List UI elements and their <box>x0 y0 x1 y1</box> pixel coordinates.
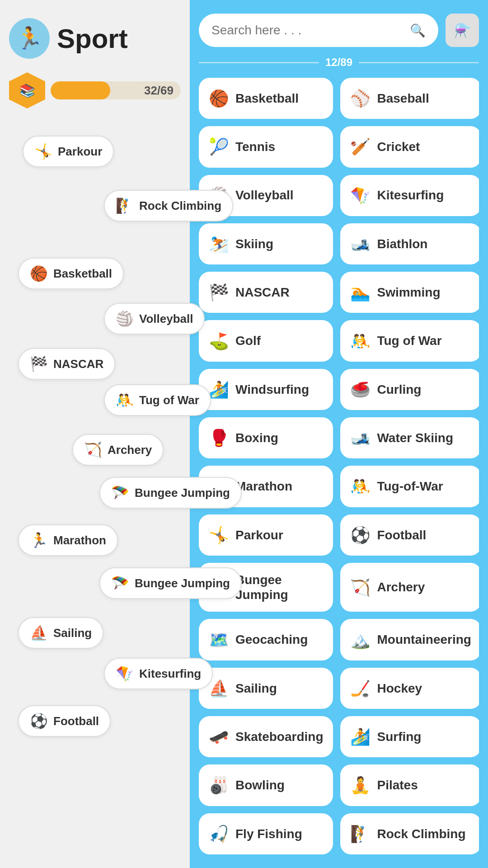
grid-sport-item-pilates[interactable]: 🧘 Pilates <box>340 764 479 806</box>
sport-grid-emoji: 🏄 <box>209 380 229 399</box>
sport-emoji: 🪁 <box>116 665 134 682</box>
left-sport-item-volleyball[interactable]: 🏐 Volleyball <box>104 303 205 335</box>
sport-label: Rock Climbing <box>139 199 221 213</box>
grid-sport-item-surfing[interactable]: 🏄 Surfing <box>340 716 479 757</box>
sport-label: NASCAR <box>53 357 103 371</box>
grid-sport-item-skiing[interactable]: ⛷️ Skiing <box>199 223 333 264</box>
grid-sport-item-bowling[interactable]: 🎳 Bowling <box>199 764 333 806</box>
sport-grid-emoji: ⚾ <box>350 89 371 108</box>
grid-sport-item-tennis[interactable]: 🎾 Tennis <box>199 126 333 167</box>
grid-sport-item-geocaching[interactable]: 🗺️ Geocaching <box>199 619 333 660</box>
header: 🏃 Sport <box>9 18 181 59</box>
sport-grid-label: Cricket <box>377 139 420 155</box>
sport-label: Football <box>53 714 99 728</box>
sport-grid-label: Boxing <box>235 430 278 446</box>
grid-sport-item-mountaineering[interactable]: 🏔️ Mountaineering <box>340 619 479 660</box>
sport-grid-emoji: ⛳ <box>209 331 229 351</box>
left-sport-item-bungee-jumping-2[interactable]: 🪂 Bungee Jumping <box>99 567 242 599</box>
grid-sport-item-nascar[interactable]: 🏁 NASCAR <box>199 272 333 313</box>
left-sport-item-sailing[interactable]: ⛵ Sailing <box>18 617 103 649</box>
grid-sport-item-boxing[interactable]: 🥊 Boxing <box>199 417 333 458</box>
sport-grid-emoji: 🤼 <box>350 331 371 351</box>
sport-emoji: 🏁 <box>30 355 48 373</box>
sport-label: Parkour <box>58 145 102 159</box>
sport-label: Sailing <box>53 626 92 640</box>
sport-grid-label: Marathon <box>235 479 292 494</box>
sport-grid-emoji: 🎳 <box>209 775 229 795</box>
sport-emoji: 🏀 <box>30 265 48 282</box>
grid-sport-item-kitesurfing[interactable]: 🪁 Kitesurfing <box>340 175 479 216</box>
sport-grid-label: Windsurfing <box>235 382 309 397</box>
sport-grid-label: Water Skiing <box>377 430 453 446</box>
grid-sport-item-skateboarding[interactable]: 🛹 Skateboarding <box>199 716 333 757</box>
left-sport-item-marathon[interactable]: 🏃 Marathon <box>18 524 118 556</box>
left-sport-item-basketball[interactable]: 🏀 Basketball <box>18 258 124 289</box>
grid-sport-item-biathlon[interactable]: 🎿 Biathlon <box>340 223 479 264</box>
sport-grid-emoji: 🧗 <box>350 824 371 844</box>
sport-grid-label: Basketball <box>235 91 299 106</box>
progress-label: 32/69 <box>144 84 174 98</box>
sport-grid: 🏀 Basketball⚾ Baseball🎾 Tennis🏏 Cricket🏐… <box>199 78 479 854</box>
grid-sport-item-golf[interactable]: ⛳ Golf <box>199 320 333 361</box>
grid-sport-item-sailing[interactable]: ⛵ Sailing <box>199 668 333 709</box>
search-box[interactable]: 🔍 <box>199 14 438 47</box>
sport-grid-emoji: ⛷️ <box>209 234 229 254</box>
sport-grid-emoji: 🪁 <box>350 186 371 205</box>
sport-grid-label: Golf <box>235 333 261 349</box>
left-sport-item-archery[interactable]: 🏹 Archery <box>72 434 164 466</box>
sport-grid-emoji: 🏊 <box>350 283 371 302</box>
left-sport-item-parkour[interactable]: 🤸 Parkour <box>23 136 114 167</box>
sport-grid-label: Mountaineering <box>377 632 471 647</box>
grid-sport-item-tug-of-war[interactable]: 🤼 Tug of War <box>340 320 479 361</box>
sport-label: Bungee Jumping <box>135 576 230 590</box>
sport-grid-emoji: 🏁 <box>209 283 229 302</box>
search-input[interactable] <box>211 23 404 38</box>
left-sport-item-rock-climbing[interactable]: 🧗 Rock Climbing <box>104 190 233 222</box>
sport-label: Bungee Jumping <box>135 486 230 500</box>
sport-grid-label: Fly Fishing <box>235 826 302 842</box>
sport-grid-emoji: 🛹 <box>209 727 229 746</box>
sport-grid-emoji: 🤸 <box>209 525 229 545</box>
sport-grid-label: Baseball <box>377 91 429 106</box>
sport-grid-emoji: 🏏 <box>350 137 371 156</box>
grid-sport-item-baseball[interactable]: ⚾ Baseball <box>340 78 479 119</box>
left-sport-item-bungee-jumping-1[interactable]: 🪂 Bungee Jumping <box>99 477 242 509</box>
sport-grid-label: Tug-of-War <box>377 479 443 494</box>
grid-sport-item-fly-fishing[interactable]: 🎣 Fly Fishing <box>199 813 333 854</box>
grid-sport-item-windsurfing[interactable]: 🏄 Windsurfing <box>199 369 333 410</box>
sport-emoji: 🪂 <box>111 575 129 592</box>
sport-grid-label: Parkour <box>235 528 283 543</box>
grid-sport-item-curling[interactable]: 🥌 Curling <box>340 369 479 410</box>
left-panel: 🏃 Sport 📚 32/69 🤸 Parkour🧗 Rock Climbing… <box>0 0 190 868</box>
sport-emoji: 🪂 <box>111 484 129 501</box>
grid-sport-item-basketball[interactable]: 🏀 Basketball <box>199 78 333 119</box>
sport-label: Marathon <box>53 533 106 547</box>
grid-sport-item-water-skiing[interactable]: 🎿 Water Skiing <box>340 417 479 458</box>
grid-sport-item-swimming[interactable]: 🏊 Swimming <box>340 272 479 313</box>
grid-sport-item-parkour[interactable]: 🤸 Parkour <box>199 514 333 556</box>
progress-line-right <box>359 62 479 63</box>
grid-sport-item-hockey[interactable]: 🏒 Hockey <box>340 668 479 709</box>
sport-grid-label: Hockey <box>377 681 422 696</box>
sport-emoji: 🧗 <box>116 197 134 214</box>
grid-sport-item-football[interactable]: ⚽ Football <box>340 514 479 556</box>
left-sport-item-tug-of-war[interactable]: 🤼 Tug of War <box>104 384 211 416</box>
left-sport-item-nascar[interactable]: 🏁 NASCAR <box>18 348 115 380</box>
left-sport-item-kitesurfing[interactable]: 🪁 Kitesurfing <box>104 658 213 689</box>
sport-grid-emoji: 🏹 <box>350 578 371 597</box>
grid-sport-item-tug-of-war-2[interactable]: 🤼 Tug-of-War <box>340 466 479 507</box>
sport-grid-label: Bungee Jumping <box>235 572 323 603</box>
filter-button[interactable]: ⚗️ <box>446 14 479 47</box>
progress-indicator: 12/89 <box>199 56 479 69</box>
header-icon: 🏃 <box>9 18 50 59</box>
sport-grid-label: Volleyball <box>235 188 294 203</box>
sport-emoji: 🤸 <box>34 143 52 160</box>
sport-grid-emoji: 🎿 <box>350 234 371 254</box>
grid-sport-item-cricket[interactable]: 🏏 Cricket <box>340 126 479 167</box>
grid-sport-item-rock-climbing[interactable]: 🧗 Rock Climbing <box>340 813 479 854</box>
sport-label: Basketball <box>53 267 112 281</box>
progress-line-left <box>199 62 319 63</box>
grid-sport-item-archery[interactable]: 🏹 Archery <box>340 563 479 612</box>
right-panel: 🔍 ⚗️ 12/89 🏀 Basketball⚾ Baseball🎾 Tenni… <box>190 0 488 868</box>
left-sport-item-football[interactable]: ⚽ Football <box>18 705 111 737</box>
